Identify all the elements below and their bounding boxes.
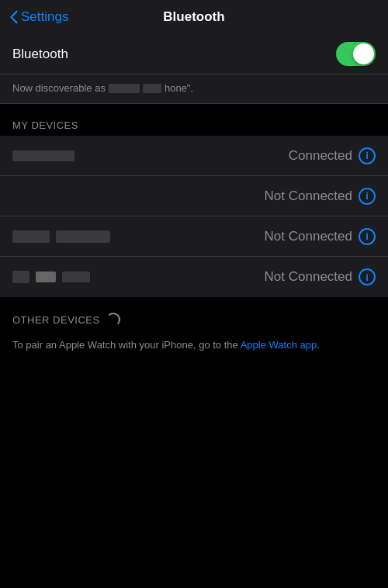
discoverable-text: Now discoverable as hone". xyxy=(12,82,376,94)
device-status-2: Not Connected xyxy=(265,189,352,204)
device-name-area-1 xyxy=(12,150,289,161)
watch-note-before: To pair an Apple Watch with your iPhone,… xyxy=(12,339,241,351)
navigation-bar: Settings Bluetooth xyxy=(0,0,388,34)
device-status-1: Connected xyxy=(289,148,352,164)
device-row-2: Not Connected i xyxy=(0,176,388,216)
info-icon-label-3: i xyxy=(365,230,369,242)
toggle-knob xyxy=(353,43,374,64)
device-status-4: Not Connected xyxy=(265,269,352,285)
device-name-redacted-2 xyxy=(143,84,161,93)
device-name-block-4c xyxy=(62,272,90,282)
discoverable-prefix: Now discoverable as xyxy=(12,82,106,94)
device-info-button-1[interactable]: i xyxy=(359,147,376,164)
back-label: Settings xyxy=(21,9,68,25)
loading-spinner xyxy=(106,313,120,327)
other-devices-label: OTHER DEVICES xyxy=(12,314,100,326)
apple-watch-app-link[interactable]: Apple Watch app xyxy=(241,339,317,351)
device-row-4: Not Connected i xyxy=(0,257,388,297)
device-status-3: Not Connected xyxy=(265,229,352,244)
watch-note: To pair an Apple Watch with your iPhone,… xyxy=(0,331,388,368)
device-status-area-3: Not Connected i xyxy=(265,228,376,245)
device-status-area-2: Not Connected i xyxy=(265,188,376,205)
device-status-area-1: Connected i xyxy=(289,147,376,164)
bluetooth-toggle-switch[interactable] xyxy=(336,42,376,66)
info-icon-label-2: i xyxy=(365,190,369,202)
bluetooth-toggle-row: Bluetooth xyxy=(0,34,388,74)
back-button[interactable]: Settings xyxy=(9,9,68,25)
info-icon-label-1: i xyxy=(365,150,369,161)
device-name-block-1 xyxy=(12,150,74,161)
device-name-area-3 xyxy=(12,230,265,243)
device-list: Connected i Not Connected i Not Connecte… xyxy=(0,136,388,297)
device-info-button-2[interactable]: i xyxy=(359,188,376,205)
bluetooth-toggle-label: Bluetooth xyxy=(12,47,68,62)
info-icon-label-4: i xyxy=(365,272,369,283)
page-title: Bluetooth xyxy=(163,9,224,25)
device-name-area-4 xyxy=(12,271,265,283)
other-devices-header: OTHER DEVICES xyxy=(0,297,388,331)
device-name-redacted-1 xyxy=(109,84,140,93)
watch-note-after: . xyxy=(317,339,320,351)
my-devices-header: MY DEVICES xyxy=(0,104,388,136)
device-info-button-3[interactable]: i xyxy=(359,228,376,245)
discoverable-suffix: hone". xyxy=(165,82,193,94)
device-name-block-4b xyxy=(36,272,56,282)
device-name-block-4a xyxy=(12,271,29,283)
device-name-block-3a xyxy=(12,230,50,243)
device-name-block-3b xyxy=(56,230,110,243)
device-row-3: Not Connected i xyxy=(0,216,388,257)
device-info-button-4[interactable]: i xyxy=(359,268,376,285)
discoverable-row: Now discoverable as hone". xyxy=(0,74,388,104)
device-row-1: Connected i xyxy=(0,136,388,176)
my-devices-label: MY DEVICES xyxy=(12,119,78,131)
device-status-area-4: Not Connected i xyxy=(265,268,376,285)
